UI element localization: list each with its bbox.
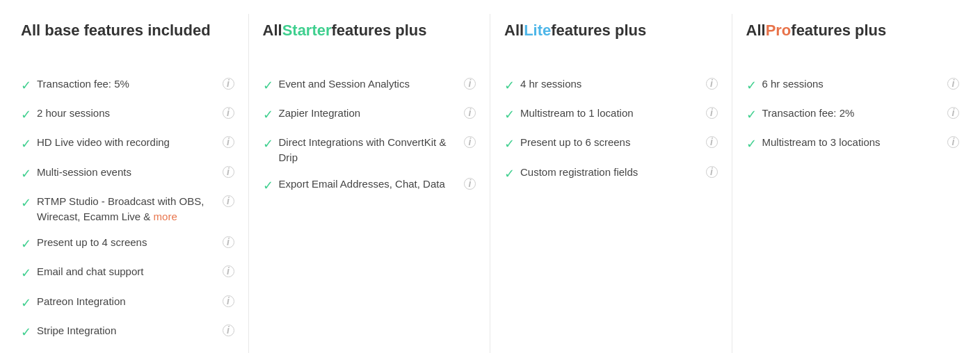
feature-text: Present up to 6 screens	[520, 135, 700, 150]
check-icon: ✓	[21, 165, 31, 183]
feature-text: Present up to 4 screens	[37, 235, 217, 250]
header-accent-lite: Lite	[524, 21, 551, 41]
list-item: ✓Email and chat supporti	[21, 264, 234, 282]
list-item: ✓Event and Session Analyticsi	[263, 76, 476, 95]
feature-list-starter: ✓Event and Session Analyticsi✓Zapier Int…	[263, 76, 476, 195]
list-item: ✓Multistream to 3 locationsi	[746, 135, 960, 153]
info-icon[interactable]: i	[464, 78, 476, 90]
list-item: ✓Transaction fee: 2%i	[746, 106, 960, 124]
list-item: ✓6 hr sessionsi	[746, 76, 960, 95]
check-icon: ✓	[504, 77, 515, 95]
list-item: ✓Stripe Integrationi	[21, 323, 234, 341]
feature-text: 4 hr sessions	[520, 76, 700, 92]
check-icon: ✓	[263, 106, 273, 124]
info-icon[interactable]: i	[223, 195, 234, 207]
list-item: ✓Direct Integrations with ConvertKit & D…	[263, 135, 476, 165]
check-icon: ✓	[746, 136, 757, 153]
list-item: ✓Present up to 6 screensi	[504, 135, 718, 153]
feature-text: Patreon Integration	[37, 294, 217, 309]
check-icon: ✓	[263, 136, 273, 153]
info-icon[interactable]: i	[706, 78, 718, 90]
list-item: ✓Export Email Addresses, Chat, Datai	[263, 176, 476, 195]
column-header-pro: All Pro features plus	[746, 21, 960, 60]
check-icon: ✓	[504, 136, 515, 153]
header-accent-pro: Pro	[766, 21, 792, 41]
info-icon[interactable]: i	[706, 107, 718, 119]
feature-text: Export Email Addresses, Chat, Data	[279, 176, 459, 192]
list-item: ✓HD Live video with recordingi	[21, 135, 234, 153]
feature-text: 6 hr sessions	[762, 76, 942, 92]
feature-text: Multistream to 3 locations	[762, 135, 942, 150]
list-item: ✓Zapier Integrationi	[263, 106, 476, 124]
check-icon: ✓	[504, 106, 515, 124]
info-icon[interactable]: i	[223, 166, 234, 178]
feature-text: Transaction fee: 2%	[762, 106, 942, 121]
info-icon[interactable]: i	[464, 178, 476, 190]
feature-text: HD Live video with recording	[37, 135, 217, 150]
feature-text: Zapier Integration	[279, 106, 459, 121]
check-icon: ✓	[746, 77, 757, 95]
info-icon[interactable]: i	[223, 325, 234, 336]
info-icon[interactable]: i	[223, 107, 234, 119]
check-icon: ✓	[21, 195, 31, 212]
list-item: ✓RTMP Studio - Broadcast with OBS, Wirec…	[21, 194, 234, 224]
list-item: ✓Multi-session eventsi	[21, 165, 234, 183]
check-icon: ✓	[21, 77, 31, 95]
feature-list-base: ✓Transaction fee: 5%i✓2 hour sessionsi✓H…	[21, 76, 234, 341]
feature-text: Event and Session Analytics	[279, 76, 459, 92]
info-icon[interactable]: i	[223, 295, 234, 307]
feature-text: Custom registration fields	[520, 165, 700, 180]
column-base: All base features included✓Transaction f…	[7, 14, 249, 353]
column-header-base: All base features included	[21, 21, 234, 60]
check-icon: ✓	[21, 265, 31, 282]
feature-text: RTMP Studio - Broadcast with OBS, Wireca…	[37, 194, 217, 224]
feature-text: Stripe Integration	[37, 323, 217, 338]
list-item: ✓2 hour sessionsi	[21, 106, 234, 124]
info-icon[interactable]: i	[223, 265, 234, 277]
info-icon[interactable]: i	[223, 136, 234, 148]
column-pro: All Pro features plus✓6 hr sessionsi✓Tra…	[732, 14, 974, 353]
feature-list-lite: ✓4 hr sessionsi✓Multistream to 1 locatio…	[504, 76, 718, 183]
check-icon: ✓	[504, 165, 515, 183]
pricing-columns: All base features included✓Transaction f…	[0, 0, 980, 353]
column-header-starter: All Starter features plus	[263, 21, 476, 60]
feature-list-pro: ✓6 hr sessionsi✓Transaction fee: 2%i✓Mul…	[746, 76, 960, 154]
info-icon[interactable]: i	[464, 107, 476, 119]
list-item: ✓Patreon Integrationi	[21, 294, 234, 312]
check-icon: ✓	[746, 106, 757, 124]
check-icon: ✓	[21, 295, 31, 312]
check-icon: ✓	[21, 136, 31, 153]
info-icon[interactable]: i	[706, 136, 718, 148]
column-header-lite: All Lite features plus	[504, 21, 718, 60]
feature-text: Multi-session events	[37, 165, 217, 180]
list-item: ✓4 hr sessionsi	[504, 76, 718, 95]
list-item: ✓Present up to 4 screensi	[21, 235, 234, 253]
column-starter: All Starter features plus✓Event and Sess…	[249, 14, 491, 353]
info-icon[interactable]: i	[947, 107, 959, 119]
feature-text: 2 hour sessions	[37, 106, 217, 121]
list-item: ✓Multistream to 1 locationi	[504, 106, 718, 124]
feature-text: Email and chat support	[37, 264, 217, 279]
check-icon: ✓	[263, 77, 273, 95]
check-icon: ✓	[21, 236, 31, 253]
check-icon: ✓	[21, 324, 31, 341]
more-link[interactable]: more	[154, 211, 177, 222]
feature-text: Transaction fee: 5%	[37, 76, 217, 92]
info-icon[interactable]: i	[223, 78, 234, 90]
feature-text: Multistream to 1 location	[520, 106, 700, 121]
check-icon: ✓	[21, 106, 31, 124]
list-item: ✓Custom registration fieldsi	[504, 165, 718, 183]
header-accent-starter: Starter	[282, 21, 332, 41]
info-icon[interactable]: i	[706, 166, 718, 178]
feature-text: Direct Integrations with ConvertKit & Dr…	[279, 135, 459, 165]
column-lite: All Lite features plus✓4 hr sessionsi✓Mu…	[490, 14, 732, 353]
info-icon[interactable]: i	[947, 78, 959, 90]
check-icon: ✓	[263, 177, 273, 195]
info-icon[interactable]: i	[947, 136, 959, 148]
info-icon[interactable]: i	[464, 136, 476, 148]
info-icon[interactable]: i	[223, 236, 234, 248]
list-item: ✓Transaction fee: 5%i	[21, 76, 234, 95]
